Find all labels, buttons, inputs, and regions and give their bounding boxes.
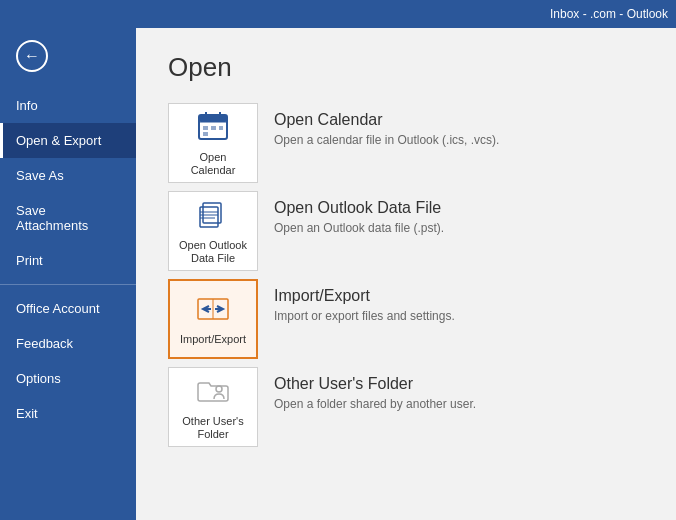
sidebar-item-open-export[interactable]: Open & Export [0, 123, 136, 158]
sidebar-item-save-as[interactable]: Save As [0, 158, 136, 193]
other-users-folder-icon-box[interactable]: Other User'sFolder [168, 367, 258, 447]
sidebar: ← Info Open & Export Save As Save Attach… [0, 28, 136, 520]
option-open-calendar[interactable]: OpenCalendar Open Calendar Open a calend… [168, 103, 644, 183]
other-users-folder-title: Other User's Folder [274, 375, 476, 393]
options-grid: OpenCalendar Open Calendar Open a calend… [168, 103, 644, 447]
open-data-file-title: Open Outlook Data File [274, 199, 444, 217]
open-calendar-label: OpenCalendar [191, 151, 236, 177]
calendar-icon [195, 109, 231, 145]
open-calendar-title: Open Calendar [274, 111, 499, 129]
otherfolder-icon [195, 373, 231, 409]
back-circle-icon: ← [16, 40, 48, 72]
svg-point-18 [216, 386, 222, 392]
open-calendar-desc: Open a calendar file in Outlook (.ics, .… [274, 133, 499, 147]
option-import-export[interactable]: Import/Export Import/Export Import or ex… [168, 279, 644, 359]
title-bar: Inbox - .com - Outlook [0, 0, 676, 28]
import-export-desc: Import or export files and settings. [274, 309, 455, 323]
other-users-folder-desc: Open a folder shared by another user. [274, 397, 476, 411]
svg-rect-6 [211, 126, 216, 130]
content-area: Open OpenCalendar [136, 28, 676, 520]
open-data-file-text: Open Outlook Data File Open an Outlook d… [274, 191, 444, 235]
title-text: Inbox - .com - Outlook [550, 7, 668, 21]
sidebar-item-info[interactable]: Info [0, 88, 136, 123]
other-users-folder-label: Other User'sFolder [182, 415, 243, 441]
svg-rect-5 [203, 126, 208, 130]
open-calendar-text: Open Calendar Open a calendar file in Ou… [274, 103, 499, 147]
open-data-file-desc: Open an Outlook data file (.pst). [274, 221, 444, 235]
option-open-data-file[interactable]: Open OutlookData File Open Outlook Data … [168, 191, 644, 271]
sidebar-item-options[interactable]: Options [0, 361, 136, 396]
sidebar-divider [0, 284, 136, 285]
back-button[interactable]: ← [0, 28, 136, 84]
sidebar-item-office-account[interactable]: Office Account [0, 291, 136, 326]
svg-rect-7 [219, 126, 223, 130]
main-layout: ← Info Open & Export Save As Save Attach… [0, 28, 676, 520]
svg-rect-1 [199, 115, 227, 122]
open-data-file-icon-box[interactable]: Open OutlookData File [168, 191, 258, 271]
page-title: Open [168, 52, 644, 83]
other-users-folder-text: Other User's Folder Open a folder shared… [274, 367, 476, 411]
sidebar-item-save-attachments[interactable]: Save Attachments [0, 193, 136, 243]
importexport-icon [195, 291, 231, 327]
import-export-icon-box[interactable]: Import/Export [168, 279, 258, 359]
option-other-users-folder[interactable]: Other User'sFolder Other User's Folder O… [168, 367, 644, 447]
import-export-text: Import/Export Import or export files and… [274, 279, 455, 323]
sidebar-item-feedback[interactable]: Feedback [0, 326, 136, 361]
svg-rect-8 [203, 132, 208, 136]
sidebar-item-print[interactable]: Print [0, 243, 136, 278]
open-data-file-label: Open OutlookData File [179, 239, 247, 265]
sidebar-nav: Info Open & Export Save As Save Attachme… [0, 88, 136, 431]
import-export-label: Import/Export [180, 333, 246, 346]
import-export-title: Import/Export [274, 287, 455, 305]
open-calendar-icon-box[interactable]: OpenCalendar [168, 103, 258, 183]
datafile-icon [195, 197, 231, 233]
sidebar-item-exit[interactable]: Exit [0, 396, 136, 431]
